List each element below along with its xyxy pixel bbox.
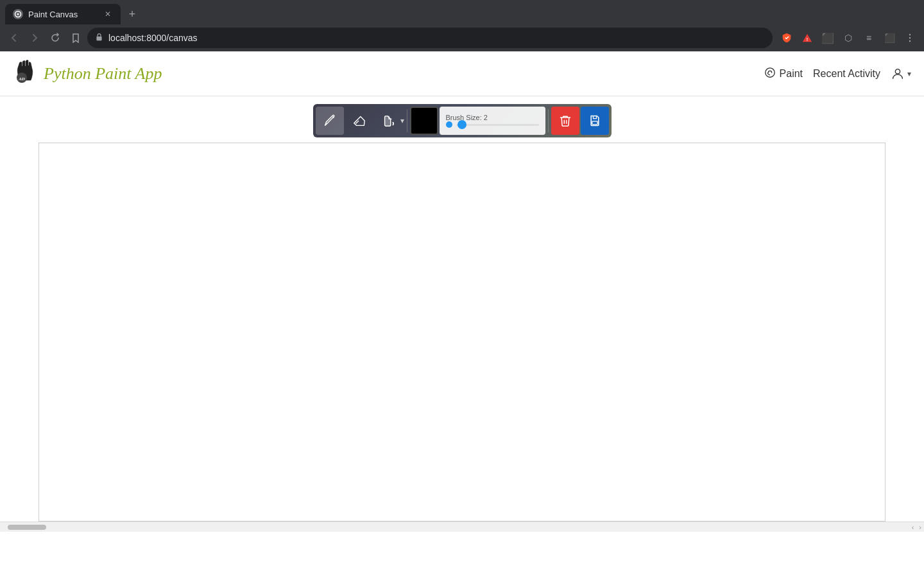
- app-logo: AD Python Paint App: [13, 57, 162, 91]
- scroll-arrow-right[interactable]: ›: [919, 523, 921, 531]
- brave-shield-icon[interactable]: [778, 29, 796, 47]
- eraser-tool-button[interactable]: [345, 107, 373, 135]
- address-text: localhost:8000/canvas: [108, 33, 198, 43]
- hand-icon: AD: [13, 57, 41, 91]
- back-button[interactable]: [5, 29, 23, 47]
- tab-favicon: [13, 9, 23, 19]
- bookmark-button[interactable]: [67, 29, 85, 47]
- svg-point-9: [765, 67, 774, 76]
- navigation-bar: localhost:8000/canvas ! ⬛ ⬡ ≡ ⬛: [0, 24, 924, 51]
- toolbar-wrapper: ▾ Brush Size: 2: [0, 104, 924, 137]
- browser-extensions: ! ⬛ ⬡ ≡ ⬛: [778, 29, 919, 47]
- svg-rect-2: [96, 37, 101, 41]
- paint-nav-icon: [764, 67, 776, 81]
- svg-text:!: !: [807, 37, 808, 42]
- recent-activity-link[interactable]: Recent Activity: [813, 68, 880, 80]
- tab-title: Paint Canvas: [28, 10, 98, 19]
- toolbar-divider-2: [548, 109, 549, 132]
- brush-slider-row: [446, 121, 539, 128]
- tab-close-button[interactable]: ✕: [103, 9, 113, 19]
- paint-nav-label: Paint: [780, 68, 803, 80]
- user-dropdown-arrow: ▾: [907, 69, 911, 78]
- color-picker-swatch[interactable]: [410, 107, 438, 135]
- active-tab[interactable]: Paint Canvas ✕: [5, 4, 121, 24]
- app-header: AD Python Paint App Paint Recent Activit…: [0, 51, 924, 96]
- save-button[interactable]: [581, 107, 609, 135]
- refresh-button[interactable]: [46, 29, 64, 47]
- app-content: AD Python Paint App Paint Recent Activit…: [0, 51, 924, 578]
- logo-text: Python Paint App: [44, 64, 162, 83]
- brush-size-control: Brush Size: 2: [440, 107, 545, 135]
- scroll-arrow-left[interactable]: ‹: [912, 523, 920, 531]
- pencil-tool-button[interactable]: [316, 107, 344, 135]
- svg-point-5: [909, 37, 911, 39]
- toolbar-divider-1: [407, 109, 407, 132]
- fill-dropdown-arrow[interactable]: ▾: [400, 116, 404, 125]
- toolbar: ▾ Brush Size: 2: [313, 104, 612, 137]
- extension-icon-3[interactable]: ≡: [860, 29, 878, 47]
- canvas-wrapper: [0, 137, 924, 521]
- fill-tool-button[interactable]: [375, 107, 403, 135]
- svg-text:AD: AD: [18, 76, 25, 82]
- user-icon: [891, 67, 905, 81]
- extension-icon-2[interactable]: ⬡: [839, 29, 857, 47]
- delete-button[interactable]: [551, 107, 579, 135]
- new-tab-button[interactable]: +: [123, 5, 141, 23]
- address-bar[interactable]: localhost:8000/canvas: [87, 28, 773, 48]
- lock-icon: [95, 33, 103, 43]
- scrollbar-thumb[interactable]: [8, 525, 46, 530]
- extension-icon-4[interactable]: ⬛: [880, 29, 898, 47]
- drawing-canvas[interactable]: [38, 143, 886, 521]
- horizontal-scrollbar[interactable]: ‹ ›: [0, 521, 924, 532]
- recent-activity-label: Recent Activity: [813, 68, 880, 80]
- svg-point-6: [909, 40, 911, 42]
- svg-rect-11: [592, 121, 597, 125]
- app-nav: Paint Recent Activity ▾: [764, 67, 911, 81]
- warning-icon[interactable]: !: [798, 29, 816, 47]
- user-menu[interactable]: ▾: [891, 67, 911, 81]
- brush-size-dot: [446, 121, 452, 128]
- menu-button[interactable]: [901, 29, 919, 47]
- extension-icon-1[interactable]: ⬛: [819, 29, 837, 47]
- fill-tool-group: ▾: [375, 107, 404, 135]
- svg-point-10: [895, 69, 900, 73]
- svg-point-4: [909, 34, 911, 35]
- paint-nav-link[interactable]: Paint: [764, 67, 803, 81]
- forward-button[interactable]: [26, 29, 44, 47]
- brush-size-slider[interactable]: [456, 124, 539, 126]
- svg-point-1: [17, 13, 19, 15]
